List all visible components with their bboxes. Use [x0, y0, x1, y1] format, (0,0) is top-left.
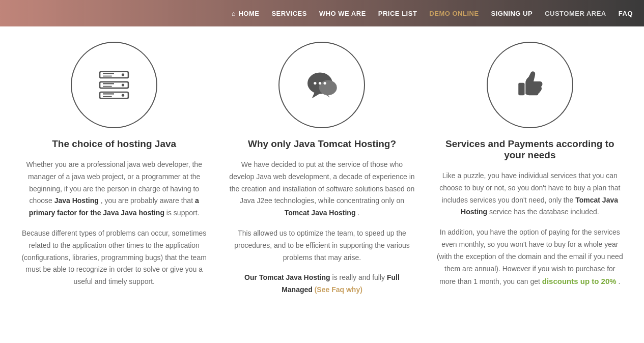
nav-customer-area[interactable]: CUSTOMER AREA: [539, 10, 612, 17]
col2-para1: We have decided to put at the service of…: [229, 159, 416, 219]
svg-rect-19: [518, 83, 524, 96]
server-icon-circle: [71, 42, 157, 128]
col-services-payments: Services and Payments according to your …: [436, 42, 624, 304]
col1-para1: Whether you are a professional java web …: [20, 159, 208, 219]
chat-icon: [304, 67, 340, 103]
nav-demo-online[interactable]: DEMO ONLINE: [423, 10, 485, 17]
col-tomcat-hosting: Why only Java Tomcat Hosting? We have de…: [229, 42, 416, 304]
nav-price-list[interactable]: PRICE LIST: [372, 10, 424, 17]
server-icon: [96, 67, 132, 103]
thumbsup-icon-circle: [487, 42, 573, 128]
nav-services[interactable]: SERVICES: [265, 10, 313, 17]
col3-para1: Like a puzzle, you have individual servi…: [436, 170, 624, 218]
svg-point-18: [324, 82, 326, 84]
nav-who-we-are[interactable]: WHO WE ARE: [313, 10, 372, 17]
svg-point-17: [319, 82, 321, 84]
main-nav: ⌂ HOME SERVICES WHO WE ARE PRICE LIST DE…: [0, 0, 644, 26]
chat-icon-circle: [278, 42, 365, 128]
nav-signing-up[interactable]: SIGNING UP: [485, 10, 539, 17]
col2-title: Why only Java Tomcat Hosting?: [248, 138, 396, 150]
svg-point-3: [122, 73, 124, 76]
col3-para2: In addition, you have the option of payi…: [436, 226, 624, 288]
main-content: The choice of hosting Java Whether you a…: [0, 26, 644, 325]
svg-marker-13: [312, 92, 321, 98]
col2-para3: Our Tomcat Java Hosting is really and fu…: [229, 272, 416, 296]
col1-para2: Because different types of problems can …: [20, 227, 208, 288]
col-hosting-java: The choice of hosting Java Whether you a…: [20, 42, 208, 304]
svg-point-5: [122, 94, 124, 97]
nav-home[interactable]: ⌂ HOME: [226, 10, 265, 17]
col2-para2: This allowed us to optimize the team, to…: [229, 227, 416, 264]
svg-point-16: [314, 82, 317, 84]
col1-title: The choice of hosting Java: [52, 138, 176, 150]
svg-point-14: [319, 80, 337, 95]
thumbsup-icon: [512, 67, 548, 103]
nav-faq[interactable]: FAQ: [612, 10, 639, 17]
svg-point-4: [122, 83, 124, 86]
nav-home-label: HOME: [238, 10, 259, 17]
home-icon: ⌂: [232, 10, 236, 17]
col3-title: Services and Payments according to your …: [436, 138, 624, 161]
